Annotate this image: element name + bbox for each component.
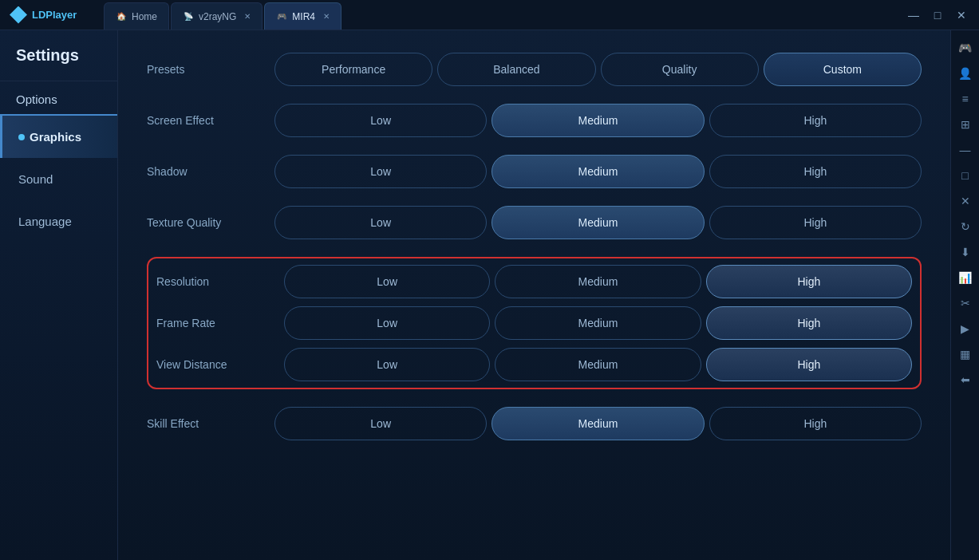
texture-quality-label: Texture Quality [147, 216, 274, 229]
skill-effect-group: Low Medium High [274, 407, 922, 440]
shadow-high[interactable]: High [709, 155, 922, 188]
screen-effect-high[interactable]: High [709, 104, 922, 137]
right-toolbar: 🎮 👤 ≡ ⊞ — □ ✕ ↻ ⬇ 📊 ✂ ▶ ▦ ⬅ [950, 30, 979, 560]
view-distance-low[interactable]: Low [284, 348, 490, 381]
settings-title: Settings [16, 46, 79, 64]
toolbar-play-icon[interactable]: ▶ [954, 317, 977, 340]
resolution-group: Low Medium High [284, 265, 912, 298]
frame-rate-group: Low Medium High [284, 306, 912, 340]
toolbar-gamepad-icon[interactable]: 🎮 [954, 37, 977, 59]
sidebar-language-label: Language [18, 215, 72, 228]
toolbar-refresh-icon[interactable]: ↻ [954, 215, 977, 238]
logo-icon [10, 6, 27, 24]
app-logo[interactable]: LDPlayer [0, 6, 104, 24]
active-indicator [18, 134, 25, 140]
toolbar-maximize-icon[interactable]: □ [954, 164, 977, 187]
toolbar-download-icon[interactable]: ⬇ [954, 241, 977, 263]
graphics-content: Presets Performance Balanced Quality Cus… [118, 30, 950, 560]
toolbar-stats-icon[interactable]: 📊 [954, 266, 977, 289]
texture-quality-group: Low Medium High [274, 206, 922, 239]
frame-rate-row: Frame Rate Low Medium High [156, 306, 912, 340]
tab-v2rayng[interactable]: 📡 v2rayNG ✕ [171, 2, 263, 30]
texture-low[interactable]: Low [274, 206, 487, 239]
window-controls: — □ ✕ [896, 4, 979, 26]
screen-effect-label: Screen Effect [147, 114, 274, 127]
sidebar: Settings Options Graphics Sound Language [0, 30, 118, 560]
view-distance-label: View Distance [156, 358, 284, 371]
screen-effect-group: Low Medium High [274, 104, 922, 137]
highlighted-group: Resolution Low Medium High Frame Rate Lo… [147, 257, 922, 389]
presets-row: Presets Performance Balanced Quality Cus… [147, 53, 922, 86]
tabs-area: 🏠 Home 📡 v2rayNG ✕ 🎮 MIR4 ✕ [104, 0, 896, 30]
shadow-group: Low Medium High [274, 155, 922, 188]
shadow-row: Shadow Low Medium High [147, 155, 922, 188]
skill-effect-row: Skill Effect Low Medium High [147, 407, 922, 440]
options-tab[interactable]: Options [0, 85, 117, 116]
tab-v2rayng-close[interactable]: ✕ [244, 12, 251, 21]
v2rayng-icon: 📡 [183, 11, 194, 22]
settings-panel: Presets Performance Balanced Quality Cus… [118, 30, 950, 560]
preset-quality[interactable]: Quality [601, 53, 759, 86]
toolbar-back-icon[interactable]: ⬅ [954, 369, 977, 391]
frame-rate-medium[interactable]: Medium [495, 306, 701, 340]
sidebar-item-graphics[interactable]: Graphics [0, 116, 117, 158]
resolution-medium[interactable]: Medium [495, 265, 701, 298]
tab-mir4[interactable]: 🎮 MIR4 ✕ [264, 2, 341, 30]
shadow-medium[interactable]: Medium [491, 155, 704, 188]
resolution-high[interactable]: High [706, 265, 912, 298]
resolution-low[interactable]: Low [284, 265, 490, 298]
tab-mir4-label: MIR4 [292, 11, 315, 22]
preset-custom[interactable]: Custom [764, 53, 922, 86]
view-distance-medium[interactable]: Medium [495, 348, 701, 381]
toolbar-cut-icon[interactable]: ✂ [954, 292, 977, 314]
tab-home[interactable]: 🏠 Home [104, 2, 169, 30]
toolbar-account-icon[interactable]: 👤 [954, 62, 977, 85]
tab-mir4-close[interactable]: ✕ [323, 12, 330, 21]
content-area: Settings Options Graphics Sound Language [0, 30, 950, 560]
main-layout: Settings Options Graphics Sound Language [0, 30, 979, 560]
presets-label: Presets [147, 63, 274, 76]
screen-effect-low[interactable]: Low [274, 104, 487, 137]
tab-home-label: Home [132, 11, 157, 22]
toolbar-close-icon[interactable]: ✕ [954, 190, 977, 212]
sidebar-sound-label: Sound [18, 172, 53, 186]
preset-balanced[interactable]: Balanced [437, 53, 595, 86]
preset-performance[interactable]: Performance [274, 53, 432, 86]
texture-quality-row: Texture Quality Low Medium High [147, 206, 922, 239]
view-distance-row: View Distance Low Medium High [156, 348, 912, 381]
toolbar-apps-icon[interactable]: ▦ [954, 343, 977, 365]
sidebar-item-language[interactable]: Language [0, 200, 117, 243]
close-button[interactable]: ✕ [950, 4, 973, 26]
skill-effect-medium[interactable]: Medium [491, 407, 704, 440]
mir4-icon: 🎮 [276, 11, 287, 22]
screen-effect-medium[interactable]: Medium [491, 104, 704, 137]
frame-rate-label: Frame Rate [156, 317, 284, 329]
screen-effect-row: Screen Effect Low Medium High [147, 104, 922, 137]
resolution-label: Resolution [156, 275, 284, 288]
sidebar-graphics-label: Graphics [30, 130, 81, 144]
texture-medium[interactable]: Medium [491, 206, 704, 239]
minimize-button[interactable]: — [902, 4, 925, 26]
resolution-row: Resolution Low Medium High [156, 265, 912, 298]
titlebar: LDPlayer 🏠 Home 📡 v2rayNG ✕ 🎮 MIR4 ✕ — □… [0, 0, 979, 30]
frame-rate-low[interactable]: Low [284, 306, 490, 340]
home-icon: 🏠 [116, 11, 127, 22]
frame-rate-high[interactable]: High [706, 306, 912, 340]
toolbar-menu-icon[interactable]: ≡ [954, 88, 977, 110]
view-distance-group: Low Medium High [284, 348, 912, 381]
skill-effect-label: Skill Effect [147, 417, 274, 430]
toolbar-minimize-icon[interactable]: — [954, 139, 977, 161]
tab-v2rayng-label: v2rayNG [199, 11, 236, 22]
app-name: LDPlayer [32, 9, 77, 21]
skill-effect-low[interactable]: Low [274, 407, 487, 440]
skill-effect-high[interactable]: High [709, 407, 922, 440]
maximize-button[interactable]: □ [926, 4, 949, 26]
view-distance-high[interactable]: High [706, 348, 912, 381]
shadow-low[interactable]: Low [274, 155, 487, 188]
presets-group: Performance Balanced Quality Custom [274, 53, 922, 86]
shadow-label: Shadow [147, 165, 274, 178]
texture-high[interactable]: High [709, 206, 922, 239]
toolbar-grid-icon[interactable]: ⊞ [954, 113, 977, 136]
sidebar-item-sound[interactable]: Sound [0, 158, 117, 200]
